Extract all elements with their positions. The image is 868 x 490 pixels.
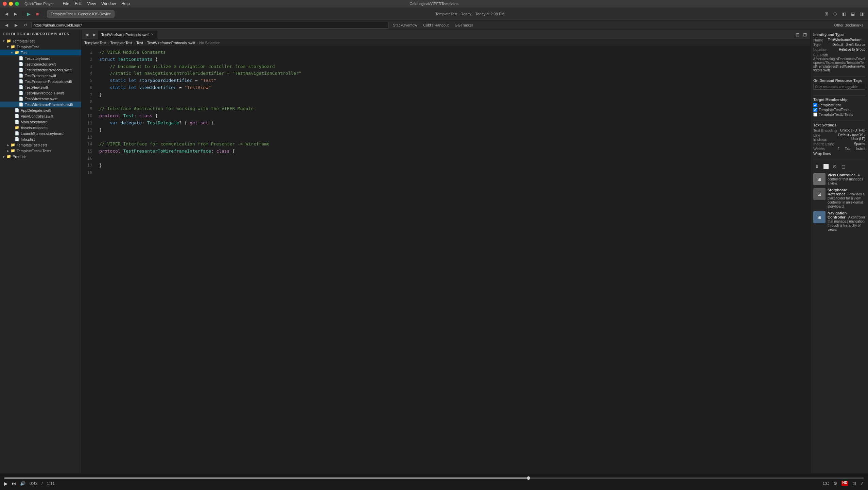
project-header-label: ColdLogical/VIPERTemplates — [3, 32, 69, 36]
video-controls: ▶ ⏭ 🔊 0:43 / 1:11 CC ⚙ HD ⊡ ⤢ — [0, 473, 868, 490]
on-demand-input[interactable] — [813, 84, 865, 90]
target-templatetest-checkbox[interactable] — [813, 103, 817, 107]
skip-forward-button[interactable]: ⏭ — [12, 481, 16, 486]
view-controller-icon: ⊞ — [813, 173, 826, 185]
menu-help[interactable]: Help — [121, 1, 130, 6]
menu-edit[interactable]: Edit — [75, 1, 82, 6]
split-editor-btn[interactable]: ⊟ — [794, 31, 801, 38]
address-input[interactable] — [31, 22, 389, 29]
ggtracker-bookmark[interactable]: GGTracker — [453, 23, 475, 27]
target-templatetesttests-checkbox[interactable] — [813, 108, 817, 112]
sidebar-item-testpresenter[interactable]: 📄 TestPresenter.swift — [0, 73, 81, 78]
stop-button[interactable]: ■ — [34, 10, 41, 18]
close-button[interactable] — [3, 2, 7, 6]
settings-icon[interactable]: ⚙ — [833, 481, 837, 486]
editor-nav-forward[interactable]: ▶ — [90, 31, 98, 38]
right-panel-btn[interactable]: ◨ — [858, 10, 865, 18]
sidebar-item-testviewprotocols[interactable]: 📄 TestViewProtocols.swift — [0, 90, 81, 96]
fullscreen-button[interactable]: ⤢ — [860, 481, 864, 486]
code-area[interactable]: 12345 678910 1112131415 161718 // VIPER … — [82, 46, 810, 483]
sidebar-item-launchscreen[interactable]: 📄 LaunchScreen.storyboard — [0, 130, 81, 136]
structure-btn[interactable]: ⊞ — [822, 10, 830, 18]
minimize-button[interactable] — [9, 2, 13, 6]
toolbar: ◀ ▶ ▶ ■ TemplateTest ▶ Generic iOS Devic… — [0, 7, 868, 20]
target-templatetesttests-label: TemplateTestTests — [819, 108, 849, 112]
device-tab-label: Generic iOS Device — [78, 12, 111, 16]
sidebar-item-test-group[interactable]: ▼ 📁 Test — [0, 50, 81, 55]
breakpoint-btn[interactable]: ⬡ — [831, 10, 839, 18]
run-button[interactable]: ▶ — [25, 10, 32, 18]
editor-tab-testwireframe[interactable]: TestWireframeProtocols.swift ✕ — [98, 31, 157, 39]
cc-button[interactable]: CC — [823, 481, 829, 486]
obj-lib-btn4[interactable]: ◻ — [840, 163, 847, 170]
volume-button[interactable]: 🔊 — [20, 481, 25, 486]
widths-number: 4 — [838, 147, 840, 151]
close-tab-icon[interactable]: ✕ — [151, 33, 154, 36]
other-bookmarks[interactable]: Other Bookmarks — [832, 23, 865, 27]
sidebar-item-test-storyboard[interactable]: 📄 Test.storyboard — [0, 55, 81, 61]
breadcrumb-file[interactable]: TestWireframeProtocols.swift — [147, 41, 195, 45]
obj-lib-btn2[interactable]: ⬜ — [822, 163, 830, 170]
play-button[interactable]: ▶ — [4, 481, 8, 486]
scheme-tab[interactable]: TemplateTest ▶ Generic iOS Device — [47, 10, 115, 18]
nav-controller-label: Navigation Controller — [828, 211, 847, 219]
sidebar-item-templatetest-root[interactable]: ▼ 📁 TemplateTest — [0, 38, 81, 44]
reload-btn[interactable]: ↺ — [22, 21, 29, 29]
stackoverflow-bookmark[interactable]: StackOverflow — [391, 23, 419, 27]
sidebar-item-testpresenterprotocols[interactable]: 📄 TestPresenterProtocols.swift — [0, 78, 81, 84]
editor-nav-back[interactable]: ◀ — [83, 31, 90, 38]
obj-lib-btn3[interactable]: ⊙ — [831, 163, 838, 170]
file-icon-testview: 📄 — [18, 85, 24, 89]
sidebar-item-templatetest[interactable]: ▼ 📁 TemplateTest — [0, 44, 81, 50]
view-controller-item: ⊞ View Controller · A controller that ma… — [813, 173, 865, 185]
menu-view[interactable]: View — [87, 1, 96, 6]
text-encoding-label: Text Encoding — [813, 128, 837, 133]
sidebar-item-templatetesttests[interactable]: ▶ 📁 TemplateTestTests — [0, 142, 81, 148]
maximize-button[interactable] — [15, 2, 19, 6]
indent-using-value: Spaces — [854, 142, 865, 146]
type-row: Type Default - Swift Source — [813, 43, 865, 47]
sidebar-item-testview[interactable]: 📄 TestView.swift — [0, 84, 81, 90]
object-library-panel: ⬇ ⬜ ⊙ ◻ ⊞ View Controller · A controller… — [813, 160, 865, 231]
storyboard-ref-label: Storyboard Reference — [828, 188, 848, 196]
target-templatetestuitests-checkbox[interactable] — [813, 112, 817, 117]
left-panel-btn[interactable]: ◧ — [840, 10, 848, 18]
sidebar-item-infoplist[interactable]: 📄 Info.plist — [0, 136, 81, 142]
file-icon-testwireframeprotocols: 📄 — [18, 102, 24, 107]
back-button[interactable]: ◀ — [3, 10, 10, 18]
sidebar-item-templatetestuitests[interactable]: ▶ 📁 TemplateTestUITests — [0, 148, 81, 154]
split-editor-btn2[interactable]: ⊞ — [801, 31, 809, 38]
sidebar-item-testinteractorprotocols[interactable]: 📄 TestInteractorProtocols.swift — [0, 67, 81, 73]
colds-hangout-bookmark[interactable]: Cold's Hangout — [421, 23, 451, 27]
menu-file[interactable]: File — [63, 1, 69, 6]
sidebar-item-testwireframe[interactable]: 📄 TestWireframe.swift — [0, 96, 81, 102]
sidebar-item-testwireframeprotocols[interactable]: 📄 TestWireframeProtocols.swift — [0, 102, 81, 107]
pip-button[interactable]: ⊡ — [852, 481, 856, 486]
breadcrumb-templatetest2[interactable]: TemplateTest — [110, 41, 132, 45]
forward-button[interactable]: ▶ — [12, 10, 19, 18]
sidebar-item-assets[interactable]: 📁 Assets.xcassets — [0, 125, 81, 130]
progress-thumb[interactable] — [527, 476, 530, 480]
target-templatetest: TemplateTest — [813, 103, 865, 107]
app-name: QuickTime Player — [24, 2, 54, 6]
arrow-templatetestuitests: ▶ — [5, 149, 10, 153]
sidebar-item-viewcontroller[interactable]: 📄 ViewController.swift — [0, 113, 81, 119]
sidebar-item-appdelegate[interactable]: 📄 AppDelegate.swift — [0, 107, 81, 113]
addr-forward-btn[interactable]: ▶ — [12, 21, 20, 29]
sidebar-item-products[interactable]: ▶ 📁 Products — [0, 154, 81, 159]
sidebar-item-testinteractor[interactable]: 📄 TestInteractor.swift — [0, 61, 81, 67]
file-icon-testpresenterprotocols: 📄 — [18, 79, 24, 84]
menu-window[interactable]: Window — [101, 1, 116, 6]
obj-lib-btn1[interactable]: ⬇ — [813, 163, 821, 170]
addr-back-btn[interactable]: ◀ — [3, 21, 10, 29]
file-icon-launchscreen: 📄 — [14, 131, 20, 136]
code-editor[interactable]: // VIPER Module Constants struct TestCon… — [95, 46, 810, 483]
bottom-panel-btn[interactable]: ⬓ — [849, 10, 856, 18]
breadcrumb-templatetest[interactable]: TemplateTest — [84, 41, 106, 45]
sidebar-item-mainstoryboard[interactable]: 📄 Main.storyboard — [0, 119, 81, 125]
text-encoding-row: Text Encoding Unicode (UTF-8) — [813, 128, 865, 133]
progress-bar-container[interactable] — [4, 477, 864, 479]
nav-controller-item: ⊞ Navigation Controller · A controller t… — [813, 211, 865, 231]
breadcrumb-test[interactable]: Test — [136, 41, 143, 45]
identity-type-title: Identity and Type — [813, 33, 865, 37]
